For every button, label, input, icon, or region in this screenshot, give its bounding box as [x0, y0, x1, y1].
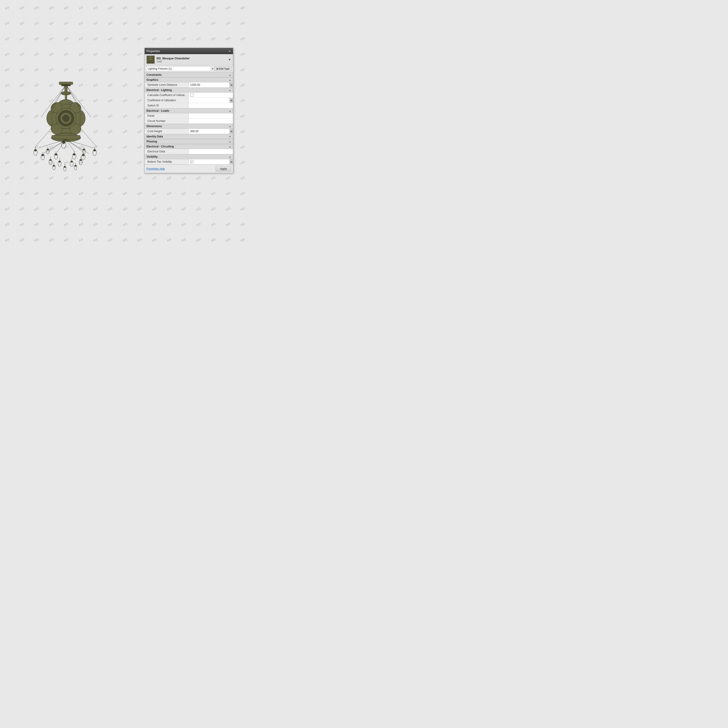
electrical-data-input[interactable]	[190, 150, 232, 153]
watermark-cell: RD	[236, 188, 250, 198]
watermark-cell: RD	[162, 234, 177, 245]
watermark-cell: RD	[206, 219, 221, 229]
svg-line-30	[66, 139, 84, 153]
symbolic-lines-distance-label: Symbolic Lines Distance	[145, 83, 189, 87]
calc-coefficient-checkbox[interactable]	[190, 93, 193, 97]
panel-value[interactable]	[189, 113, 233, 118]
section-dimensions[interactable]: Dimensions ▲	[145, 124, 233, 129]
symbolic-lines-distance-input[interactable]	[190, 83, 228, 86]
coefficient-utilization-value[interactable]	[189, 98, 229, 103]
bottom-tier-visibility-expand-btn[interactable]: ⊟	[229, 159, 233, 164]
section-electrical-loads-label: Electrical - Loads	[147, 109, 169, 112]
bottom-tier-visibility-checkbox[interactable]: ✓	[190, 160, 193, 163]
cord-height-expand-btn[interactable]: ⊟	[229, 129, 233, 134]
electrical-data-value[interactable]	[189, 149, 233, 154]
watermark-cell: RD	[162, 203, 177, 214]
watermark-cell: RD	[191, 234, 206, 245]
svg-point-93	[148, 60, 153, 62]
chandelier-icon	[147, 57, 154, 63]
watermark-cell: RD	[236, 234, 250, 245]
svg-rect-25	[52, 135, 80, 139]
coefficient-utilization-expand-btn[interactable]: ⊟	[229, 98, 233, 103]
section-identity-data[interactable]: Identity Data ▼	[145, 134, 233, 139]
switch-id-label: Switch ID	[145, 103, 189, 108]
watermark-cell: RD	[177, 3, 191, 13]
close-button[interactable]: ×	[228, 50, 231, 53]
panel-input[interactable]	[190, 114, 232, 118]
section-identity-data-label: Identity Data	[147, 135, 163, 138]
svg-point-83	[75, 165, 76, 167]
watermark-cell: RD	[177, 188, 191, 198]
watermark-cell: RD	[147, 219, 162, 229]
watermark-cell: RD	[191, 34, 206, 44]
properties-help-link[interactable]: Properties help	[147, 167, 165, 170]
watermark-cell: RD	[221, 18, 236, 28]
section-graphics[interactable]: Graphics ▲	[145, 77, 233, 83]
circuit-number-input[interactable]	[190, 119, 232, 122]
section-visibility-label: Visibility	[147, 155, 158, 158]
watermark-cell: RD	[236, 219, 250, 229]
panel-header: RD_Mosque Chandelier Gold ▼	[145, 54, 233, 65]
circuit-number-label: Circuit Number	[145, 119, 189, 124]
circuit-number-value[interactable]	[189, 119, 233, 124]
bottom-tier-visibility-value[interactable]: ✓	[189, 159, 229, 164]
watermark-cell: RD	[147, 18, 162, 28]
section-electrical-lighting[interactable]: Electrical - Lighting ▲	[145, 87, 233, 93]
watermark-cell: RD	[221, 3, 236, 13]
electrical-loads-collapse-icon: ▲	[229, 110, 231, 112]
bottom-tier-visibility-label: Bottom Tier Visibility	[145, 159, 189, 164]
watermark-cell: RD	[206, 188, 221, 198]
watermark-cell: RD	[177, 173, 191, 183]
cord-height-value[interactable]	[189, 129, 229, 134]
section-electrical-circuiting[interactable]: Electrical - Circuiting ▲	[145, 144, 233, 149]
watermark-cell: RD	[177, 34, 191, 44]
watermark-cell: RD	[206, 3, 221, 13]
svg-line-27	[48, 139, 66, 153]
graphics-collapse-icon: ▲	[229, 79, 231, 81]
panel-titlebar: Properties ×	[145, 48, 233, 54]
type-dropdown[interactable]: Lighting Fixtures (1)	[146, 66, 211, 71]
type-selector-row: Lighting Fixtures (1) ▾ ⊞ Edit Type	[145, 65, 233, 72]
header-dropdown-arrow[interactable]: ▼	[228, 58, 231, 61]
watermark-cell: RD	[236, 49, 250, 59]
identity-data-collapse-icon: ▼	[229, 135, 231, 138]
watermark-cell: RD	[236, 142, 250, 152]
svg-rect-1	[61, 84, 70, 86]
watermark-cell: RD	[236, 203, 250, 214]
switch-id-input[interactable]	[190, 104, 232, 107]
section-dimensions-label: Dimensions	[147, 125, 162, 128]
coefficient-utilization-row: Coefficient of Utilization ⊟	[145, 98, 233, 103]
section-phasing-label: Phasing	[147, 140, 157, 143]
switch-id-value[interactable]	[189, 103, 233, 108]
cord-height-input[interactable]	[190, 130, 228, 133]
watermark-cell: RD	[221, 34, 236, 44]
watermark-cell: RD	[236, 80, 250, 90]
watermark-cell: RD	[206, 173, 221, 183]
watermark-cell: RD	[191, 188, 206, 198]
coefficient-utilization-input[interactable]	[190, 99, 228, 102]
symbolic-lines-distance-value[interactable]	[189, 83, 229, 87]
panel-header-text: RD_Mosque Chandelier Gold	[156, 57, 226, 63]
section-electrical-loads[interactable]: Electrical - Loads ▲	[145, 108, 233, 113]
svg-point-23	[63, 115, 69, 122]
watermark-cell: RD	[191, 173, 206, 183]
drawing-area: .ch-fill { fill: #6b6b47; stroke: #3a3a2…	[0, 0, 132, 250]
watermark-cell: RD	[133, 234, 147, 245]
section-phasing[interactable]: Phasing ▲	[145, 139, 233, 144]
cord-height-row: Cord Height ⊟	[145, 129, 233, 134]
section-constraints[interactable]: Constraints ▲	[145, 72, 233, 77]
section-visibility[interactable]: Visibility ▲	[145, 154, 233, 159]
svg-line-31	[66, 139, 93, 148]
svg-line-35	[80, 127, 97, 147]
svg-point-47	[73, 154, 75, 155]
edit-type-icon: ⊞	[216, 67, 219, 70]
cord-height-label: Cord Height	[145, 129, 189, 134]
symbolic-lines-expand-btn[interactable]: ⊟	[229, 83, 233, 87]
dimensions-collapse-icon: ▲	[229, 125, 231, 128]
watermark-cell: RD	[236, 95, 250, 106]
edit-type-button[interactable]: ⊞ Edit Type	[214, 66, 232, 71]
watermark-cell: RD	[236, 3, 250, 13]
apply-button[interactable]: Apply	[216, 166, 231, 171]
watermark-cell: RD	[133, 173, 147, 183]
calc-coefficient-value[interactable]	[189, 93, 233, 98]
